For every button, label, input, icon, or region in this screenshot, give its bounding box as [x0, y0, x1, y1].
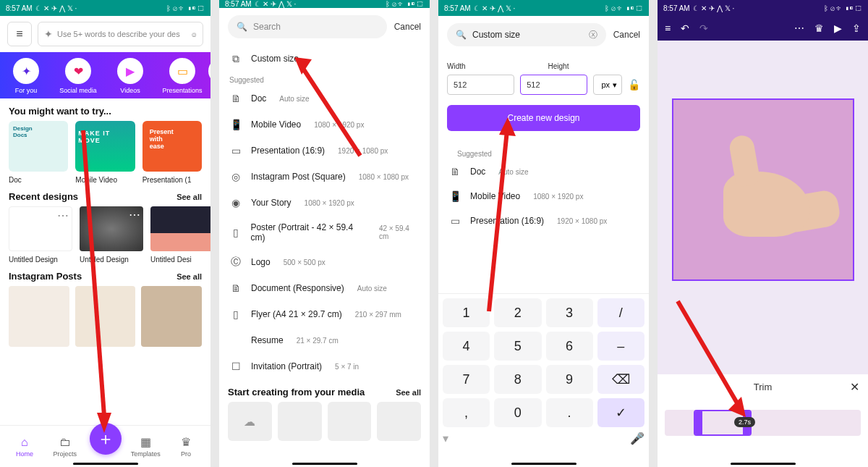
insta-row[interactable] [0, 286, 210, 347]
see-all-recent[interactable]: See all [176, 193, 202, 201]
try-row[interactable]: DesignDocs Doc MAKE ITMOVE Mobile Video … [0, 121, 210, 184]
nav-home[interactable]: ⌂Home [4, 436, 45, 458]
try-card-doc[interactable]: DesignDocs Doc [9, 121, 68, 184]
try-card-mobile-video[interactable]: MAKE ITMOVE Mobile Video [75, 121, 135, 184]
key-6[interactable]: 6 [546, 332, 593, 361]
key-9[interactable]: 9 [546, 365, 593, 394]
lock-ratio-icon[interactable]: 🔓 [628, 79, 640, 91]
clear-icon[interactable]: ⓧ [589, 29, 597, 41]
size-option[interactable]: 🗎DocAuto size [447, 159, 640, 184]
nav-pro[interactable]: ♛Pro [166, 435, 206, 458]
crown-icon[interactable]: ♛ [814, 22, 824, 34]
insta-template[interactable] [141, 286, 202, 347]
type-icon: ☐ [229, 360, 242, 373]
chip-videos[interactable]: ▶Videos [104, 58, 156, 94]
unit-select[interactable]: px▾ [593, 75, 622, 95]
media-item[interactable] [328, 402, 372, 441]
chip-social[interactable]: ❤Social media [52, 58, 104, 94]
redo-icon[interactable]: ↷ [699, 22, 708, 34]
search-input[interactable]: 🔍 Search [228, 15, 387, 38]
key-8[interactable]: 8 [494, 365, 541, 394]
share-icon[interactable]: ⇪ [852, 22, 861, 34]
status-bar: 8:57 AM☾ ✕ ✈ ⋀ 𝕏 ∙ ᛒ ⊘ ᯤ ▮◧ ⬚ [438, 0, 649, 16]
undo-icon[interactable]: ↶ [681, 22, 689, 34]
height-input[interactable]: 512 [520, 75, 587, 95]
size-option[interactable]: ☐Invitation (Portrait)5 × 7 in [219, 353, 430, 379]
size-option[interactable]: ◉Your Story1080 × 1920 px [219, 190, 430, 216]
key-backspace[interactable]: ⌫ [597, 365, 644, 394]
camera-icon[interactable]: ⌾ [192, 30, 197, 38]
upload-button[interactable]: ☁ [228, 402, 272, 441]
key-slash[interactable]: / [597, 298, 644, 327]
type-icon: ▯ [229, 308, 242, 321]
more-icon[interactable]: ⋯ [794, 22, 804, 34]
size-option[interactable]: ▯Flyer (A4 21 × 29.7 cm)210 × 297 mm [219, 301, 430, 327]
type-icon: 📱 [229, 118, 242, 131]
recent-row[interactable]: ⋯ Untitled Design ⋯ Untitled Design Unti… [0, 206, 210, 264]
play-icon[interactable]: ▶ [834, 22, 842, 34]
media-item[interactable] [377, 402, 421, 441]
size-option[interactable]: Resume21 × 29.7 cm [219, 327, 430, 353]
key-dot[interactable]: . [546, 398, 593, 427]
cancel-button[interactable]: Cancel [613, 30, 640, 40]
recent-card[interactable]: ⋯ Untitled Design [9, 206, 72, 264]
search-icon: 🔍 [456, 30, 467, 40]
trim-handle-left[interactable] [694, 411, 702, 434]
media-row[interactable]: ☁ [219, 402, 430, 441]
custom-size-option[interactable]: ⧉ Custom size [219, 46, 430, 72]
insta-template[interactable] [75, 286, 136, 347]
trim-track[interactable]: 2.7s [665, 410, 861, 436]
chip-for-you[interactable]: ✦For you [0, 58, 52, 94]
voice-input-icon[interactable]: 🎤 [630, 432, 644, 445]
key-0[interactable]: 0 [494, 398, 541, 427]
custom-size-icon: ⧉ [229, 52, 242, 65]
size-option[interactable]: ◎Instagram Post (Square)1080 × 1080 px [219, 164, 430, 190]
insta-title: Instagram Posts [9, 271, 82, 282]
chip-presentations[interactable]: ▭Presentations [156, 58, 208, 94]
key-3[interactable]: 3 [546, 298, 593, 327]
width-input[interactable]: 512 [447, 75, 514, 95]
size-option[interactable]: 📱Mobile Video1080 × 1920 px [219, 112, 430, 138]
key-comma[interactable]: , [443, 398, 490, 427]
chip-more[interactable]: ● [208, 58, 210, 94]
key-dash[interactable]: – [597, 332, 644, 361]
recent-card[interactable]: Untitled Desi [150, 206, 210, 264]
nav-templates[interactable]: ▦Templates [125, 435, 166, 458]
see-all-insta[interactable]: See all [176, 272, 202, 281]
try-card-presentation[interactable]: Presentwithease Presentation (1 [142, 121, 202, 184]
size-option[interactable]: ▭Presentation (16:9)1920 × 1080 px [219, 138, 430, 164]
menu-button[interactable]: ≡ [7, 22, 32, 46]
selected-frame[interactable] [672, 98, 854, 281]
recent-card[interactable]: ⋯ Untitled Design [80, 206, 143, 264]
size-option[interactable]: ▯Poster (Portrait - 42 × 59.4 cm)42 × 59… [219, 216, 430, 249]
menu-icon[interactable]: ≡ [665, 22, 671, 34]
type-icon: ◎ [229, 170, 242, 183]
create-fab[interactable]: ＋ [90, 423, 122, 455]
home-bar [731, 463, 796, 465]
key-done[interactable]: ✓ [597, 398, 644, 427]
category-chips[interactable]: ✦For you ❤Social media ▶Videos ▭Presenta… [0, 52, 210, 98]
size-option[interactable]: ⒸLogo500 × 500 px [219, 249, 430, 275]
size-option[interactable]: 🗎DocAuto size [219, 85, 430, 112]
size-option[interactable]: 🗎Document (Responsive)Auto size [219, 275, 430, 301]
see-all-media[interactable]: See all [396, 388, 421, 397]
trim-selection[interactable]: 2.7s [694, 410, 752, 436]
canvas[interactable] [658, 41, 868, 374]
key-1[interactable]: 1 [443, 298, 490, 327]
close-icon[interactable]: ✕ [850, 380, 859, 394]
duration-badge: 2.7s [734, 417, 755, 427]
create-design-button[interactable]: Create new design [447, 105, 640, 131]
search-input[interactable]: 🔍 Custom size ⓧ [447, 23, 606, 46]
size-option[interactable]: 📱Mobile Video1080 × 1920 px [447, 184, 640, 209]
nav-projects[interactable]: 🗀Projects [45, 436, 85, 458]
key-4[interactable]: 4 [443, 332, 490, 361]
search-input[interactable]: ✦ Use 5+ words to describe your des ⌾ [38, 22, 203, 46]
key-7[interactable]: 7 [443, 365, 490, 394]
media-item[interactable] [278, 402, 322, 441]
key-2[interactable]: 2 [494, 298, 541, 327]
key-5[interactable]: 5 [494, 332, 541, 361]
keyboard-switch-icon[interactable]: ▾ [443, 432, 448, 445]
insta-template[interactable] [9, 286, 69, 347]
size-option[interactable]: ▭Presentation (16:9)1920 × 1080 px [447, 209, 640, 233]
cancel-button[interactable]: Cancel [394, 22, 421, 32]
